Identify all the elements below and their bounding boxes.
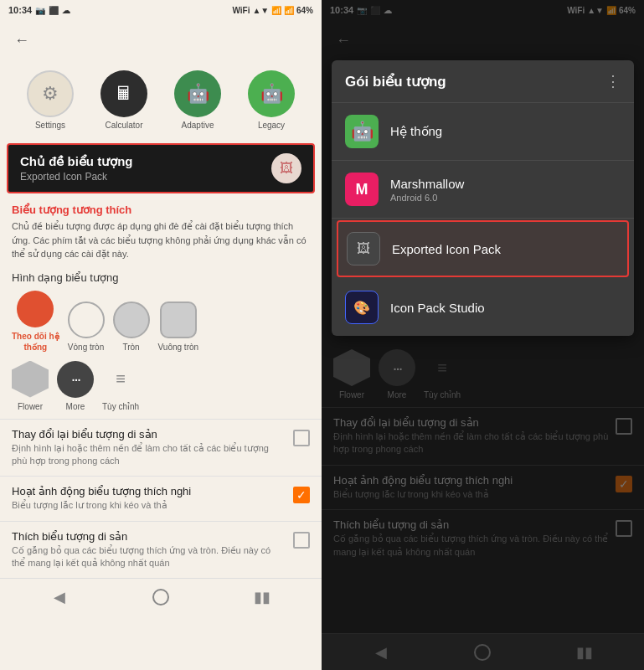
dropdown-item-system[interactable]: 🤖 Hệ thống <box>332 103 634 161</box>
left-shape-custom[interactable]: ≡ Tùy chỉnh <box>102 361 139 412</box>
dropdown-header: Gói biểu tượng ⋮ <box>332 60 634 103</box>
left-shape-title: Hình dạng biểu tượng <box>12 271 310 284</box>
dropdown-icon-exported: 🖼 <box>347 232 380 265</box>
left-nav-back[interactable]: ◀ <box>34 585 85 610</box>
left-shape-grid-row1: Theo dõi hệthống Vòng tròn Tròn Vuông tr… <box>12 291 310 353</box>
dropdown-overlay: Gói biểu tượng ⋮ 🤖 Hệ thống M Marshmallo… <box>322 0 644 670</box>
left-bottom-nav: ◀ ▮▮ <box>0 578 322 615</box>
left-checkbox-rows: Thay đổi lại biểu tượng di sản Định hình… <box>0 419 322 579</box>
left-checkbox-legacy-box[interactable] <box>293 430 310 446</box>
left-app-calculator: 🖩 Calculator <box>100 70 147 130</box>
dropdown-title: Gói biểu tượng <box>345 73 446 90</box>
left-app-icon-grid: ⚙ Settings 🖩 Calculator 🤖 Adaptive 🤖 Leg… <box>0 60 322 140</box>
left-checkbox-prefer-box[interactable] <box>293 532 310 549</box>
right-blurred-content: Flower ··· More ≡ Tùy chỉnh Thay đổi lại… <box>322 336 644 633</box>
left-shape-more[interactable]: ··· More <box>57 361 94 412</box>
left-theme-icon-btn[interactable]: 🖼 <box>271 153 301 183</box>
left-shape-circle-round[interactable]: Tròn <box>113 302 150 353</box>
left-status-time: 10:34 📷 ⬛ ☁ <box>8 5 70 15</box>
dropdown-item-exported[interactable]: 🖼 Exported Icon Pack <box>337 220 629 277</box>
dropdown-more-button[interactable]: ⋮ <box>605 72 621 90</box>
right-bottom-nav: ◀ ▮▮ <box>322 633 644 670</box>
right-panel: 10:34 📷 ⬛ ☁ WiFi ▲▼ 📶 64% ← ⚙ Settings 🖩… <box>322 0 644 670</box>
left-nav-home[interactable] <box>152 589 169 606</box>
left-checkbox-prefer[interactable]: Thích biểu tượng di sản Cố gắng bỏ qua c… <box>0 521 322 579</box>
left-shape-follow[interactable]: Theo dõi hệthống <box>12 291 59 353</box>
left-panel: 10:34 📷 ⬛ ☁ WiFi ▲▼ 📶 📶 64% ← ⚙ Settings… <box>0 0 322 670</box>
dropdown-icon-studio: 🎨 <box>345 291 379 324</box>
left-app-adaptive: 🤖 Adaptive <box>174 70 221 130</box>
left-app-settings: ⚙ Settings <box>27 70 74 130</box>
left-shape-circle-outline[interactable]: Vòng tròn <box>68 302 105 353</box>
left-theme-title: Chủ đề biểu tượng <box>20 154 271 169</box>
left-app-legacy: 🤖 Legacy <box>248 70 295 130</box>
dropdown-icon-system: 🤖 <box>345 115 379 148</box>
left-checkbox-anim[interactable]: Hoạt ảnh động biểu tượng thích nghi Biểu… <box>0 476 322 520</box>
left-theme-section[interactable]: Chủ đề biểu tượng Exported Icon Pack 🖼 <box>7 143 315 193</box>
left-shape-flower[interactable]: Flower <box>12 361 49 412</box>
dropdown-item-studio[interactable]: 🎨 Icon Pack Studio <box>332 279 634 336</box>
dropdown-icon-marshmallow: M <box>345 173 379 206</box>
left-status-bar: 10:34 📷 ⬛ ☁ WiFi ▲▼ 📶 📶 64% <box>0 0 322 20</box>
left-compat-section: Biểu tượng tương thích Chủ đề biểu tượng… <box>0 197 322 265</box>
right-nav-home <box>474 644 491 661</box>
left-shape-rounded-rect[interactable]: Vuông tròn <box>158 302 199 353</box>
left-top-nav: ← <box>0 20 322 60</box>
right-nav-back: ◀ <box>356 640 406 665</box>
left-shape-grid-row2: Flower ··· More ≡ Tùy chỉnh <box>12 361 310 412</box>
left-checkbox-anim-box[interactable]: ✓ <box>293 487 310 503</box>
right-nav-recent: ▮▮ <box>559 640 610 665</box>
left-theme-subtitle: Exported Icon Pack <box>20 171 271 183</box>
left-nav-recent[interactable]: ▮▮ <box>237 585 287 610</box>
left-checkbox-legacy[interactable]: Thay đổi lại biểu tượng di sản Định hình… <box>0 419 322 477</box>
icon-pack-dropdown: Gói biểu tượng ⋮ 🤖 Hệ thống M Marshmallo… <box>332 60 634 336</box>
left-compat-title: Biểu tượng tương thích <box>12 204 310 216</box>
dropdown-item-marshmallow[interactable]: M Marshmallow Android 6.0 <box>332 161 634 219</box>
left-back-button[interactable]: ← <box>10 28 33 52</box>
left-compat-desc: Chủ đề biểu tượng được áp dụng ghi đè để… <box>12 219 310 261</box>
left-shape-section: Hình dạng biểu tượng Theo dõi hệthống Vò… <box>0 265 322 419</box>
